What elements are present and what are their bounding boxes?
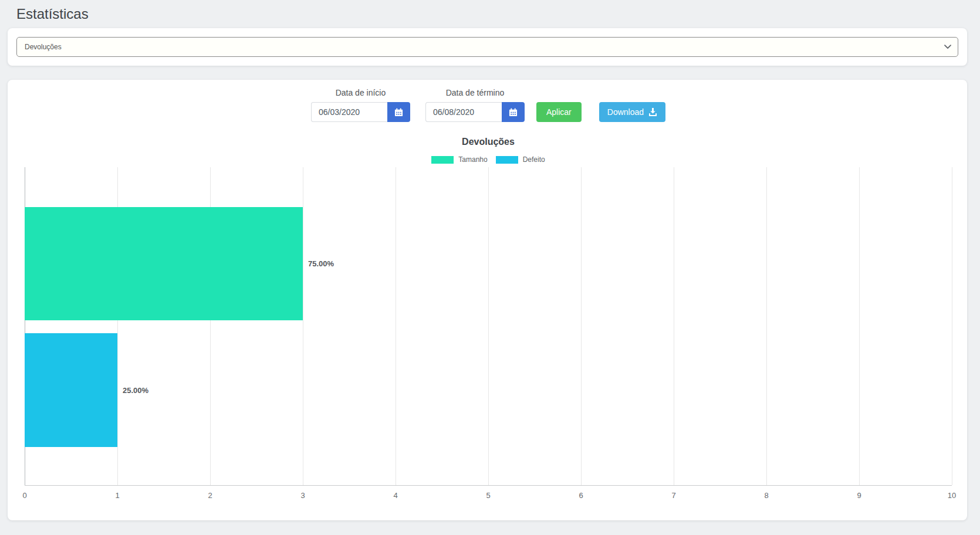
end-date-field: Data de término	[425, 88, 525, 122]
x-axis-tick: 2	[208, 491, 212, 500]
x-axis-tick: 5	[486, 491, 490, 500]
date-filter-controls: Data de início Data de término	[25, 88, 952, 122]
x-axis-tick: 9	[857, 491, 861, 500]
bar-tamanho	[25, 207, 303, 320]
download-icon	[648, 108, 657, 116]
chart-title: Devoluções	[25, 137, 952, 147]
gridline	[303, 167, 303, 485]
calendar-icon	[394, 108, 403, 117]
bar-defeito	[25, 333, 117, 446]
start-date-calendar-button[interactable]	[387, 102, 410, 122]
start-date-field: Data de início	[311, 88, 410, 122]
chart-legend: TamanhoDefeito	[25, 155, 952, 164]
report-type-selected-value: Devoluções	[25, 43, 62, 51]
end-date-label: Data de término	[446, 88, 505, 97]
gridline	[674, 167, 674, 485]
x-axis-tick: 0	[22, 491, 26, 500]
apply-button[interactable]: Aplicar	[536, 102, 582, 122]
end-date-input[interactable]	[425, 102, 502, 122]
legend-swatch	[496, 156, 518, 164]
x-axis-tick: 3	[300, 491, 305, 500]
start-date-input[interactable]	[311, 102, 387, 122]
legend-item-tamanho[interactable]: Tamanho	[431, 155, 487, 164]
page-title: Estatísticas	[0, 0, 980, 22]
download-button[interactable]: Download	[599, 102, 665, 122]
chart-card: Data de início Data de término	[8, 80, 967, 520]
x-axis-tick: 8	[764, 491, 768, 500]
gridline	[952, 167, 952, 485]
gridline	[766, 167, 767, 485]
filter-card: Devoluções	[8, 28, 967, 66]
gridline	[488, 167, 489, 485]
gridline	[859, 167, 860, 485]
legend-label: Tamanho	[458, 155, 487, 164]
legend-label: Defeito	[523, 155, 545, 164]
legend-item-defeito[interactable]: Defeito	[496, 155, 545, 164]
gridline	[396, 167, 396, 485]
x-axis-ticks: 012345678910	[25, 486, 952, 503]
x-axis-tick: 10	[948, 491, 956, 500]
start-date-label: Data de início	[336, 88, 386, 97]
end-date-calendar-button[interactable]	[502, 102, 525, 122]
gridline	[581, 167, 582, 485]
report-type-select[interactable]: Devoluções	[16, 37, 958, 57]
x-axis-tick: 7	[671, 491, 675, 500]
x-axis-tick: 6	[579, 491, 583, 500]
download-button-label: Download	[607, 107, 644, 117]
legend-swatch	[431, 156, 454, 164]
plot-area: 75.00%25.00%	[25, 167, 952, 486]
chevron-down-icon	[944, 45, 951, 49]
x-axis-tick: 4	[393, 491, 397, 500]
calendar-icon	[509, 108, 518, 117]
bar-value-label: 25.00%	[123, 386, 148, 395]
x-axis-tick: 1	[115, 491, 119, 500]
bar-value-label: 75.00%	[308, 259, 334, 268]
